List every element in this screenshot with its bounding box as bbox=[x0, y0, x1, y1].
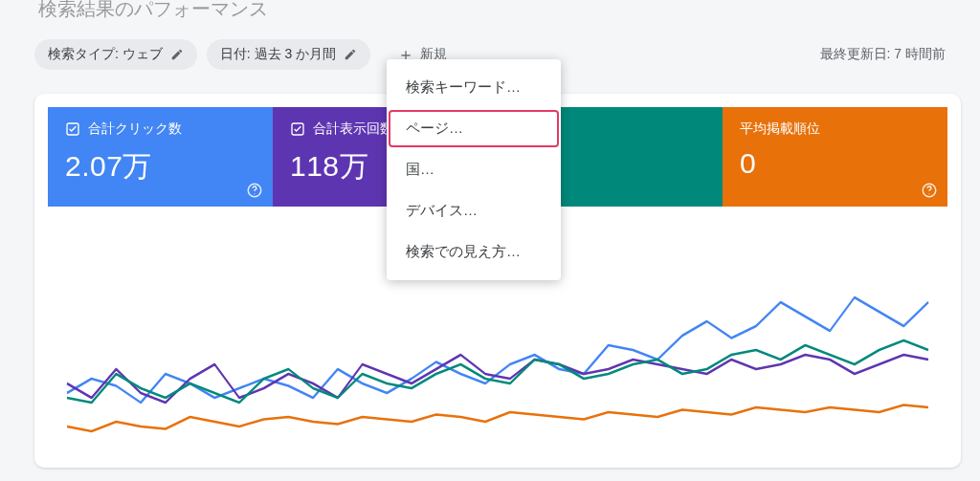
search-type-label: 検索タイプ: ウェブ bbox=[48, 46, 163, 63]
menu-item-query[interactable]: 検索キーワード… bbox=[387, 67, 561, 108]
metric-position[interactable]: 平均掲載順位 0 bbox=[723, 107, 947, 207]
menu-item-device[interactable]: デバイス… bbox=[387, 190, 561, 231]
help-icon[interactable] bbox=[246, 182, 263, 199]
date-range-chip[interactable]: 日付: 過去 3 か月間 bbox=[207, 39, 370, 70]
date-range-label: 日付: 過去 3 か月間 bbox=[220, 46, 336, 63]
metric-value: 2.07万 bbox=[65, 147, 256, 186]
last-updated: 最終更新日: 7 時間前 bbox=[820, 46, 946, 63]
series-position bbox=[67, 405, 928, 432]
metric-label: 合計クリック数 bbox=[88, 120, 182, 138]
help-icon[interactable] bbox=[921, 182, 938, 199]
pencil-icon bbox=[344, 48, 357, 61]
filter-dimension-menu: 検索キーワード… ページ… 国… デバイス… 検索での見え方… bbox=[387, 59, 561, 280]
metric-value: 0 bbox=[740, 147, 930, 180]
metric-clicks[interactable]: 合計クリック数 2.07万 bbox=[48, 107, 273, 207]
metric-label: 平均掲載順位 bbox=[740, 120, 820, 138]
search-type-chip[interactable]: 検索タイプ: ウェブ bbox=[34, 39, 197, 70]
menu-item-page[interactable]: ページ… bbox=[387, 108, 561, 149]
series-impressions bbox=[67, 355, 928, 403]
checkbox-checked-icon bbox=[65, 121, 80, 137]
checkbox-checked-icon bbox=[290, 121, 305, 137]
svg-point-2 bbox=[254, 193, 255, 194]
menu-item-appearance[interactable]: 検索での見え方… bbox=[387, 231, 561, 273]
pencil-icon bbox=[170, 48, 184, 61]
svg-point-8 bbox=[928, 193, 929, 194]
page-title: 検索結果のパフォーマンス bbox=[38, 0, 268, 22]
metric-label: 合計表示回数 bbox=[313, 120, 393, 138]
series-ctr bbox=[67, 340, 928, 403]
menu-item-country[interactable]: 国… bbox=[387, 149, 561, 190]
